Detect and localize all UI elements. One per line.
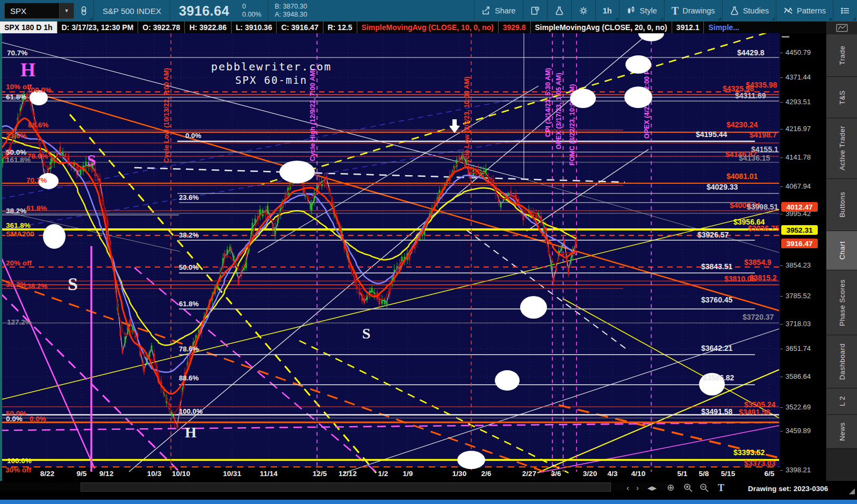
price-axis[interactable]: 4450.794371.444293.514216.974141.784067.… [780, 33, 826, 481]
sidebar-tab-active-trader[interactable]: Active Trader [826, 118, 857, 179]
event-label: CPI (3/14/23, 5:30 AM) [544, 68, 552, 137]
link-corner [89, 17, 92, 20]
price-level-label: $3854.9 [744, 258, 772, 267]
sidebar-tab-news[interactable]: News [826, 415, 857, 449]
sidebar-tab-label: Dashboard [838, 343, 846, 380]
interval-label: 1h [603, 6, 612, 15]
change-percent: 0.00% [242, 11, 261, 19]
ask-value: A: 3948.30 [275, 11, 307, 19]
sidebar-tab-chart[interactable]: Chart [826, 231, 857, 270]
patterns-button[interactable]: Patterns [776, 0, 833, 21]
fib-label: 38.2% [27, 282, 47, 290]
sidebar-tab-label: L 2 [838, 396, 846, 406]
link-button[interactable] [74, 0, 93, 21]
patterns-icon [783, 6, 793, 16]
fib-label: 0.0% [6, 415, 23, 423]
x-axis-label: 9/12 [99, 470, 113, 478]
sidebar-tab-buttons[interactable]: Buttons [826, 179, 857, 231]
axis-tick-label: 3459.89 [786, 427, 811, 435]
studies-button[interactable]: Studies [722, 0, 776, 21]
fib-label: 50.0% [6, 148, 26, 156]
zoom-out-icon[interactable] [700, 483, 709, 493]
x-axis-label: 5/8 [699, 470, 709, 478]
study-sma10-label[interactable]: SimpleMovingAvg (CLOSE, 10, 0, no) [357, 21, 499, 33]
drawing-set-label[interactable]: Drawing set: 2023-0306 [748, 485, 828, 493]
study-sma20-label[interactable]: SimpleMovingAvg (CLOSE, 20, 0, no) [531, 21, 672, 33]
price-level-label: $3843.51 [701, 262, 733, 271]
study-more-label[interactable]: Simple... [704, 21, 744, 33]
symbol-dropdown-caret[interactable]: ▼ [59, 3, 74, 18]
fib-label: 88.6% [179, 374, 199, 382]
axis-tick-label: 3854.23 [786, 261, 811, 269]
x-axis-label: 1/2 [378, 470, 388, 478]
fib-label: 361.8% [6, 221, 31, 229]
fib-label: 127.2% [7, 318, 32, 326]
axis-tick-label: 3586.64 [786, 372, 811, 380]
expand-horizontal-icon[interactable]: ◀▶ [647, 483, 657, 493]
x-axis-label: 12/12 [339, 470, 357, 478]
drawings-button[interactable]: T Drawings [664, 0, 722, 21]
sidebar-tab-label: Phase Scores [838, 279, 846, 326]
axis-tick-label: 3785.52 [786, 292, 811, 300]
sidebar-tab-label: News [838, 422, 846, 441]
resize-corner[interactable] [849, 488, 855, 494]
interval-button[interactable]: 1h [595, 0, 619, 21]
sidebar-tab-dashboard[interactable]: Dashboard [826, 335, 857, 388]
settings-button[interactable] [571, 0, 595, 21]
price-badge: 3952.31 [781, 225, 818, 235]
x-axis[interactable]: 8/229/59/1210/310/1010/3111/1412/512/121… [0, 467, 780, 481]
axis-tick-mark [780, 407, 783, 408]
axis-tick-mark [780, 296, 783, 297]
symbol-description: S&P 500 INDEX [94, 6, 170, 16]
pattern-letter: S [87, 151, 96, 169]
price-level-label: $3926.57 [697, 231, 729, 239]
price-level-label: $3393.52 [733, 448, 765, 457]
bid-value: B: 3870.30 [275, 3, 307, 11]
fib-label: 20% off [6, 259, 32, 267]
axis-tick-mark [780, 157, 783, 158]
menu-button[interactable] [833, 0, 857, 21]
style-button[interactable]: Style [619, 0, 664, 21]
axis-tick-mark [780, 470, 783, 471]
price-level-label: $4081.01 [726, 172, 758, 181]
price-level-label: $3720.37 [743, 313, 774, 321]
scrollbar-thumb[interactable] [81, 483, 611, 492]
axis-grip[interactable] [782, 36, 789, 38]
price-level-label: $3760.45 [701, 296, 733, 304]
axis-tick-mark [780, 265, 783, 266]
sidebar-tab-label: T&S [838, 90, 846, 105]
sidebar-tab-t-s[interactable]: T&S [826, 77, 857, 118]
right-sidebar: TradeT&SActive TraderButtonsChartPhase S… [826, 21, 857, 481]
chart-canvas[interactable]: Cycle Low (10/13/22, 7:00 AM)Cycle High … [0, 0, 857, 504]
sidebar-tab-phase-scores[interactable]: Phase Scores [826, 270, 857, 335]
fib-label: 38.2% [179, 231, 199, 239]
drawings-label: Drawings [682, 6, 715, 15]
axis-tick-label: 4293.51 [786, 98, 811, 106]
axis-tick-label: 4067.94 [786, 182, 811, 190]
symbol-input[interactable]: SPX [5, 6, 59, 16]
axis-tick-label: 4141.78 [786, 153, 811, 161]
share-label: Share [495, 6, 516, 15]
zoom-in-icon[interactable] [683, 483, 693, 493]
horizontal-scrollbar[interactable] [0, 483, 666, 491]
dropdown-corner [829, 17, 832, 20]
price-level-label: $4311.69 [735, 91, 766, 100]
axis-tick-label: 3651.74 [786, 344, 811, 352]
share-button[interactable]: Share [474, 0, 523, 21]
fib-label: 100.0% [179, 407, 203, 415]
sidebar-chart-icon[interactable] [826, 21, 857, 34]
notes-button[interactable] [523, 0, 547, 21]
symbol-selector[interactable]: SPX ▼ [4, 3, 74, 19]
fib-label: 100.0% [27, 86, 52, 94]
sidebar-tab-trade[interactable]: Trade [826, 34, 857, 77]
top-toolbar: SPX ▼ S&P 500 INDEX 3916.64 0 0.00% B: 3… [0, 0, 857, 21]
text-tool-icon[interactable]: T [718, 483, 724, 493]
axis-tick-mark [780, 77, 783, 78]
x-axis-label: 1/9 [403, 470, 413, 478]
pan-crosshair-icon[interactable]: ⊕ [667, 483, 674, 493]
scroll-right-icon[interactable]: › [636, 483, 639, 493]
scroll-left-icon[interactable]: ‹ [626, 483, 629, 493]
sidebar-tab-l-2[interactable]: L 2 [826, 388, 857, 415]
chart-style-icon [626, 6, 636, 16]
analyze-button[interactable] [547, 0, 571, 21]
